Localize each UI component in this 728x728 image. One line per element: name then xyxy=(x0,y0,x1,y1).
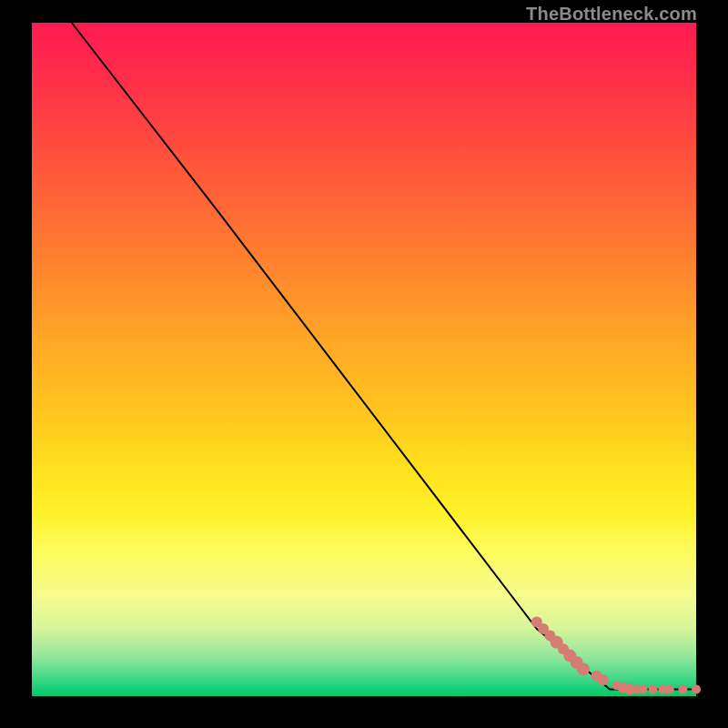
scatter-dot xyxy=(639,685,648,694)
scatter-dot xyxy=(678,685,687,694)
scatter-dot xyxy=(598,674,609,685)
scatter-dot xyxy=(665,685,674,694)
chart-frame: TheBottleneck.com xyxy=(0,0,728,728)
main-curve xyxy=(72,23,696,690)
scatter-dot xyxy=(692,685,701,694)
scatter-dot xyxy=(649,685,658,694)
scatter-points xyxy=(531,617,701,695)
scatter-dot xyxy=(577,662,590,675)
watermark-text: TheBottleneck.com xyxy=(526,4,697,25)
chart-overlay xyxy=(32,23,696,696)
plot-area xyxy=(32,23,696,696)
